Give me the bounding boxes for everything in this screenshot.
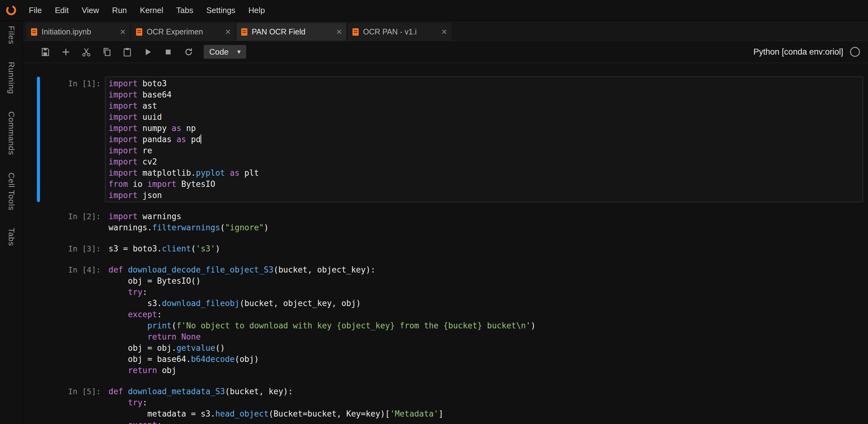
menu-settings[interactable]: Settings	[199, 0, 242, 21]
doc-tab-ocr-pan-v1-i[interactable]: OCR PAN - v1.i×	[348, 23, 452, 41]
restart-icon[interactable]	[178, 45, 199, 59]
notebook-toolbar: Code ▾ Python [conda env:oriol]	[23, 41, 868, 63]
notebook-icon	[352, 28, 359, 36]
code-token: :	[157, 310, 162, 319]
code-token: matplotlib.	[137, 168, 196, 177]
cell-prompt: In [5]:	[48, 385, 105, 424]
notebook-icon	[241, 28, 248, 36]
notebook-icon	[136, 28, 143, 36]
code-line: import json	[108, 190, 860, 201]
code-token	[108, 332, 147, 341]
doc-tab-initiation-ipynb[interactable]: Initiation.ipynb×	[26, 23, 130, 41]
menu-kernel[interactable]: Kernel	[133, 0, 169, 21]
cell-type-select[interactable]: Code ▾	[204, 45, 246, 59]
menu-file[interactable]: File	[22, 0, 49, 21]
code-token	[108, 287, 128, 297]
code-token: head_object	[215, 409, 269, 418]
code-token: io	[128, 179, 148, 189]
code-token: def	[108, 265, 123, 274]
code-line: import cv2	[108, 156, 860, 167]
code-token: (bucket, key):	[225, 387, 293, 396]
code-line: from io import BytesIO	[108, 178, 860, 190]
doc-tab-ocr-experimen[interactable]: OCR Experimen×	[131, 23, 235, 41]
sidebar-tab-tabs[interactable]: Tabs	[6, 228, 16, 246]
code-token: import	[108, 157, 137, 166]
code-line: def download_metadata_S3(bucket, key):	[108, 386, 860, 397]
cut-icon[interactable]	[76, 45, 96, 59]
sidebar-tab-cell-tools[interactable]: Cell Tools	[6, 173, 16, 210]
doc-tab-pan-ocr-field[interactable]: PAN OCR Field×	[237, 23, 346, 41]
code-token: uuid	[137, 112, 162, 122]
cell-prompt: In [3]:	[48, 242, 105, 255]
code-line: warnings.filterwarnings("ignore")	[108, 222, 860, 233]
notebook-cell-3[interactable]: In [3]:s3 = boto3.client('s3')	[37, 242, 863, 255]
app-logo-icon	[5, 4, 18, 17]
code-line: s3.download_fileobj(bucket, object_key, …	[108, 298, 860, 309]
cell-type-value: Code	[209, 47, 228, 57]
run-icon[interactable]	[137, 45, 158, 59]
menu-bar: FileEditViewRunKernelTabsSettingsHelp	[0, 0, 868, 21]
code-token: try	[128, 287, 143, 297]
menu-help[interactable]: Help	[242, 0, 271, 21]
code-token: )	[215, 244, 220, 253]
chevron-down-icon: ▾	[237, 48, 241, 56]
code-token: def	[108, 387, 123, 396]
code-token: (obj)	[235, 355, 259, 364]
jupyterlab-window: { "menu": { "items": ["File", "Edit", "V…	[0, 0, 868, 424]
sidebar-tab-files[interactable]: Files	[6, 26, 16, 45]
notebook-cell-2[interactable]: In [2]:import warningswarnings.filterwar…	[37, 209, 863, 234]
code-token: warnings.	[108, 223, 152, 232]
code-token: import	[108, 135, 137, 144]
left-activity-bar: FilesRunningCommandsCell ToolsTabs	[0, 21, 23, 424]
code-token: import	[147, 179, 176, 189]
stop-icon[interactable]	[158, 45, 178, 59]
code-token: return	[128, 366, 157, 375]
save-icon[interactable]	[35, 45, 56, 59]
notebook-cell-5[interactable]: In [5]:def download_metadata_S3(bucket, …	[37, 385, 863, 424]
cell-editor[interactable]: def download_decode_file_object_S3(bucke…	[105, 263, 863, 377]
code-token: pandas	[137, 135, 176, 144]
cell-editor[interactable]: def download_metadata_S3(bucket, key): t…	[105, 385, 863, 424]
notebook-cells: In [1]:import boto3import base64import a…	[23, 63, 868, 424]
code-token	[108, 420, 128, 424]
code-token: import	[108, 112, 137, 122]
code-token: :	[143, 398, 148, 407]
code-token: :	[157, 420, 162, 424]
add-icon[interactable]	[56, 45, 76, 59]
code-line: obj = obj.getvalue()	[108, 342, 860, 354]
code-line: obj = BytesIO()	[108, 275, 860, 286]
notebook-cell-4[interactable]: In [4]:def download_decode_file_object_S…	[37, 263, 863, 377]
cell-collapser[interactable]	[37, 77, 40, 202]
document-tab-bar: Initiation.ipynb×OCR Experimen×PAN OCR F…	[23, 21, 868, 41]
menu-items: FileEditViewRunKernelTabsSettingsHelp	[22, 0, 272, 21]
menu-run[interactable]: Run	[106, 0, 134, 21]
cell-collapser[interactable]	[37, 385, 40, 424]
code-token: as	[230, 168, 239, 177]
sidebar-tab-running[interactable]: Running	[6, 62, 16, 94]
code-token: download_decode_file_object_S3	[128, 265, 274, 274]
close-icon[interactable]: ×	[120, 27, 126, 37]
cell-editor[interactable]: import warningswarnings.filterwarnings("…	[105, 209, 863, 234]
close-icon[interactable]: ×	[441, 27, 447, 37]
menu-view[interactable]: View	[75, 0, 106, 21]
menu-tabs[interactable]: Tabs	[169, 0, 199, 21]
notebook-icon	[31, 28, 37, 36]
cell-editor[interactable]: s3 = boto3.client('s3')	[105, 242, 863, 255]
cell-collapser[interactable]	[37, 242, 40, 255]
menu-edit[interactable]: Edit	[49, 0, 75, 21]
sidebar-tab-commands[interactable]: Commands	[6, 111, 16, 155]
close-icon[interactable]: ×	[225, 27, 230, 37]
copy-icon[interactable]	[96, 45, 117, 59]
code-token: :	[143, 287, 148, 297]
cell-collapser[interactable]	[37, 209, 40, 234]
code-token	[108, 310, 128, 319]
paste-icon[interactable]	[117, 45, 137, 59]
close-icon[interactable]: ×	[336, 27, 342, 37]
notebook-cell-1[interactable]: In [1]:import boto3import base64import a…	[37, 77, 863, 202]
code-line: def download_decode_file_object_S3(bucke…	[108, 264, 860, 275]
kernel-name[interactable]: Python [conda env:oriol]	[753, 47, 843, 57]
code-token: client	[162, 244, 191, 253]
cell-editor[interactable]: import boto3import base64import astimpor…	[105, 77, 863, 202]
cell-collapser[interactable]	[37, 263, 40, 377]
code-token: (	[220, 223, 225, 232]
